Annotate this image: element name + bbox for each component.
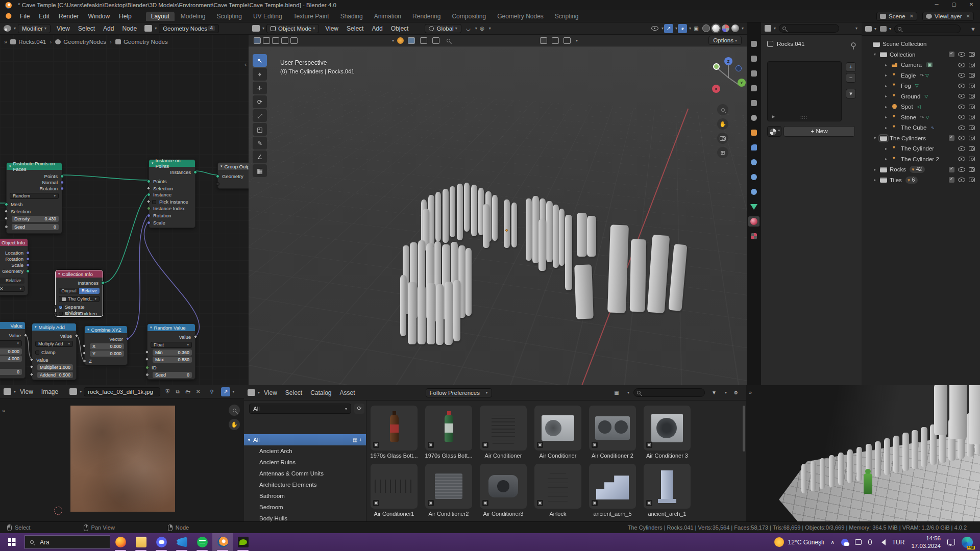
shading-rendered-icon[interactable]: [731, 24, 739, 32]
socket-rotation-out[interactable]: [60, 187, 64, 190]
item-name[interactable]: Spot: [901, 104, 913, 110]
remove-slot-button[interactable]: −: [846, 73, 856, 83]
hide-eye-icon[interactable]: [958, 52, 965, 57]
asset-thumbnail[interactable]: ▣: [480, 464, 527, 509]
workspace-tab[interactable]: Modeling: [176, 12, 211, 21]
blender-menu-icon[interactable]: [4, 13, 12, 20]
node-collection-info[interactable]: ▾Collection Info Instances OriginalRelat…: [55, 270, 103, 317]
operation-dropdown[interactable]: Multiply Add: [35, 341, 73, 347]
material-slot-list[interactable]: ▶ ::::: [767, 61, 842, 121]
workspace-tab[interactable]: Shading: [335, 12, 368, 21]
catalog-item[interactable]: Bedroom: [244, 502, 366, 513]
socket-z-in[interactable]: [83, 359, 86, 363]
taskbar-app-discord[interactable]: [151, 533, 172, 551]
socket-selection-in[interactable]: [4, 209, 8, 213]
outliner-row[interactable]: ▸ The Cylinder 2: [862, 154, 980, 165]
select-mode-subtract-icon[interactable]: [272, 37, 279, 44]
asset-thumbnail[interactable]: ▣: [425, 406, 472, 450]
minimize-button[interactable]: ─: [928, 0, 945, 10]
node-distribute-points-on-faces[interactable]: ▾Distribute Points on Faces Points Norma…: [6, 162, 62, 234]
disable-render-icon[interactable]: [969, 84, 975, 88]
properties-tab-icon[interactable]: [748, 113, 760, 123]
disable-render-icon[interactable]: [969, 105, 975, 109]
outliner-row[interactable]: ▸ Ground: [862, 91, 980, 102]
socket-y-in[interactable]: [82, 351, 86, 355]
tool-cursor[interactable]: ⌖: [253, 68, 267, 81]
outliner-row[interactable]: ▸ The Cube: [862, 122, 980, 133]
distribution-method-dropdown[interactable]: Random: [10, 193, 59, 199]
taskbar-app-geforce[interactable]: [233, 533, 253, 551]
properties-tab-icon[interactable]: [748, 39, 760, 49]
taskbar-app-blender[interactable]: [212, 533, 233, 551]
navigation-gizmo[interactable]: Z Y X: [707, 56, 747, 99]
properties-tab-icon[interactable]: [748, 54, 760, 64]
network-icon[interactable]: [855, 539, 862, 545]
menu-item[interactable]: Help: [114, 13, 136, 20]
workspace-tab[interactable]: Scripting: [550, 12, 584, 21]
item-name[interactable]: The Cylinder 2: [901, 156, 939, 162]
taskbar-app-vscode[interactable]: [172, 533, 192, 551]
scrollbar[interactable]: [743, 406, 745, 452]
socket-multiplier-in[interactable]: [30, 365, 34, 369]
pan-hand-icon[interactable]: ✋: [717, 118, 728, 130]
min-field[interactable]: Min0.360: [153, 349, 192, 356]
properties-tab-icon[interactable]: [748, 157, 760, 167]
expand-arrow-icon[interactable]: ▸: [885, 146, 891, 151]
catalog-item[interactable]: Antennas & Comm Units: [244, 468, 366, 479]
outliner-row[interactable]: Scene Collection: [862, 39, 980, 49]
asset-item[interactable]: ▣ 1970s Glass Bott...: [369, 406, 420, 459]
menu-item[interactable]: Add: [368, 25, 386, 32]
camera-view-icon[interactable]: [717, 133, 728, 144]
close-button[interactable]: ✕: [963, 0, 980, 10]
asset-item[interactable]: ▣ Air Conditioner1: [369, 464, 420, 517]
outliner-row[interactable]: ▸ Eagle: [862, 70, 980, 81]
snap-magnet-icon[interactable]: ◡: [464, 24, 473, 33]
menu-item[interactable]: Node: [118, 25, 141, 32]
new-material-button[interactable]: + New: [783, 126, 855, 137]
socket-value-out[interactable]: [193, 335, 198, 339]
import-method-dropdown[interactable]: Follow Preferences▾: [426, 388, 492, 397]
asset-thumbnail[interactable]: ▣: [589, 464, 636, 509]
select-mode-intersect-icon[interactable]: [290, 37, 298, 44]
item-name[interactable]: Collection: [890, 52, 916, 58]
menu-item[interactable]: Select: [342, 25, 368, 32]
notifications-icon[interactable]: [947, 539, 955, 545]
asset-item[interactable]: ▣ Airlock: [532, 464, 583, 517]
catalog-item[interactable]: Bathroom: [244, 490, 366, 502]
seed-field[interactable]: Seed0: [153, 372, 192, 378]
unlink-icon[interactable]: ✕: [193, 387, 203, 396]
menu-item[interactable]: File: [15, 13, 34, 20]
shading-wireframe-icon[interactable]: [702, 24, 710, 32]
start-button[interactable]: [0, 533, 23, 551]
properties-tab-icon[interactable]: [748, 187, 760, 197]
display-option-icon[interactable]: [432, 37, 439, 44]
asset-thumbnail[interactable]: ▣: [534, 464, 581, 509]
sidebar-toggle-icon[interactable]: ‹: [244, 61, 247, 67]
node-instance-on-points[interactable]: ▾Instance on Points Instances Points Sel…: [149, 159, 195, 228]
socket-id-in[interactable]: [145, 366, 149, 369]
gear-icon[interactable]: ⚙: [731, 388, 741, 397]
outliner-row[interactable]: ▸ Rocks 42: [862, 164, 980, 175]
menu-item[interactable]: Select: [74, 25, 99, 32]
select-mode-extend-icon[interactable]: [263, 37, 270, 44]
pick-instance-checkbox[interactable]: [152, 200, 156, 204]
asset-thumbnail[interactable]: ▣: [589, 406, 636, 450]
tool-move[interactable]: ✛: [253, 82, 267, 94]
socket-value-out[interactable]: [75, 334, 79, 338]
pin-icon[interactable]: ⚲: [850, 41, 856, 51]
socket-scale-out[interactable]: [26, 263, 30, 267]
min-field[interactable]: 0.000: [0, 348, 22, 355]
hide-eye-icon[interactable]: [958, 94, 965, 98]
taskbar-app-explorer[interactable]: [131, 533, 151, 551]
tool-select-box[interactable]: ↖: [253, 54, 267, 67]
socket-instance-in[interactable]: [147, 193, 151, 196]
socket-instances-out[interactable]: [101, 281, 105, 285]
asset-item[interactable]: ▣ Air Conditioner: [478, 406, 529, 459]
gizmo-x-axis[interactable]: X: [712, 85, 720, 93]
item-name[interactable]: Stone: [901, 114, 916, 120]
asset-thumbnail[interactable]: ▣: [534, 406, 581, 450]
zoom-icon[interactable]: [229, 405, 240, 416]
refresh-library-icon[interactable]: ⟳: [354, 404, 364, 414]
item-name[interactable]: The Cylinder: [901, 145, 934, 152]
asset-thumbnail[interactable]: ▣: [371, 406, 418, 450]
